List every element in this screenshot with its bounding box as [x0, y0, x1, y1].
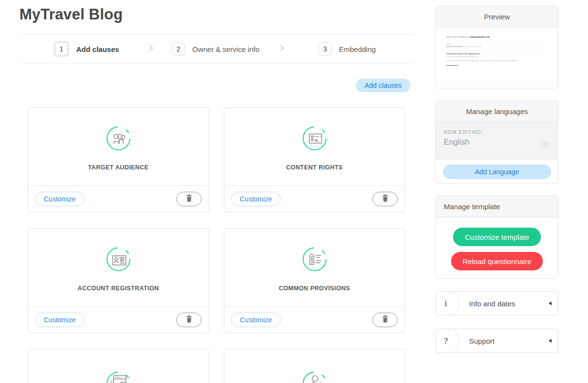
clause-card: CONTENT RIGHTS Customize: [224, 107, 405, 212]
page-title: MyTravel Blog: [19, 6, 123, 23]
curve-divider: [454, 329, 464, 352]
delete-clause-button[interactable]: [176, 192, 202, 206]
clause-card: Customize: [224, 349, 405, 383]
step-2-label[interactable]: Owner & service info: [192, 45, 259, 53]
collapse-arrow-icon: [549, 339, 552, 343]
preview-section-line2: Users of the Services offered by this Ap…: [446, 60, 548, 62]
clause-card: Customize: [28, 349, 209, 383]
trash-icon: [185, 194, 193, 203]
document-preview: Terms and Conditions of www.iubenda.com …: [436, 28, 558, 88]
browser-gauge-icon: [104, 369, 133, 383]
curve-divider: [454, 292, 464, 315]
stepper: 1 Add clauses 2 Owner & service info 3 E…: [19, 34, 414, 64]
collapse-arrow-icon: [549, 301, 552, 305]
document-list-icon: [301, 124, 329, 152]
page: MyTravel Blog 1 Add clauses 2 Owner & se…: [0, 0, 588, 383]
manage-languages-panel: Manage languages NOW EDITING: English Ad…: [436, 100, 558, 184]
preview-intro-title: Introduction: [446, 64, 548, 67]
question-icon: ?: [436, 336, 455, 346]
user-shield-icon: [301, 369, 329, 383]
preview-section-title: Information about this Application: [446, 52, 548, 55]
step-3-label[interactable]: Embedding: [339, 45, 376, 53]
delete-clause-button[interactable]: [372, 313, 398, 327]
support-label: Support: [469, 337, 495, 345]
current-language: English: [444, 138, 550, 147]
clause-card: ACCOUNT REGISTRATION Customize: [28, 228, 209, 333]
preview-panel: Preview Terms and Conditions of www.iube…: [436, 6, 558, 88]
trash-icon: [185, 315, 193, 324]
manage-languages-title: Manage languages: [436, 101, 558, 122]
add-language-button[interactable]: Add Language: [443, 165, 551, 179]
id-card-icon: [104, 245, 133, 273]
delete-clause-button[interactable]: [372, 192, 398, 206]
clause-card: COMMON PROVISIONS Customize: [224, 228, 405, 333]
preview-owner-email: Owner contact email: access.test@iubenda…: [446, 46, 548, 48]
chevron-right-icon: [149, 45, 153, 53]
add-clauses-button[interactable]: Add clauses: [356, 79, 410, 92]
trash-icon: [382, 194, 389, 203]
delete-clause-button[interactable]: [176, 313, 202, 327]
info-and-dates-label: Info and dates: [469, 300, 515, 308]
now-editing-section: NOW EDITING: English: [436, 122, 558, 160]
clause-title: ACCOUNT REGISTRATION: [78, 285, 159, 292]
preview-panel-title: Preview: [436, 6, 558, 28]
reload-questionnaire-button[interactable]: Reload questionnaire: [451, 252, 543, 270]
support-accordion[interactable]: ? Support: [436, 329, 558, 353]
chevron-right-icon: [280, 45, 285, 53]
customize-template-button[interactable]: Customize template: [453, 228, 541, 246]
customize-button[interactable]: Customize: [231, 313, 281, 327]
step-2-number[interactable]: 2: [172, 43, 185, 56]
people-group-icon: [104, 124, 133, 152]
clause-card-grid: TARGET AUDIENCE Customize: [28, 107, 405, 383]
trash-icon: [382, 315, 389, 324]
preview-owner-name: iubenda: [446, 43, 548, 45]
step-1-label[interactable]: Add clauses: [76, 45, 119, 53]
eye-icon: [539, 143, 551, 150]
customize-button[interactable]: Customize: [35, 192, 84, 206]
manage-template-title: Manage template: [436, 196, 558, 217]
preview-section-line1: This is the service provided by this App…: [446, 56, 548, 58]
info-icon: i: [436, 299, 455, 308]
clause-title: CONTENT RIGHTS: [286, 164, 343, 171]
customize-button[interactable]: Customize: [35, 313, 84, 327]
clause-title: TARGET AUDIENCE: [88, 164, 149, 171]
manage-template-panel: Manage template Customize template Reloa…: [436, 196, 558, 279]
now-editing-label: NOW EDITING:: [444, 130, 550, 135]
preview-language-button[interactable]: [538, 140, 552, 151]
preview-doc-heading: Terms and Conditions of www.iubenda.com: [446, 35, 548, 38]
clause-title: COMMON PROVISIONS: [279, 285, 350, 292]
info-and-dates-accordion[interactable]: i Info and dates: [436, 291, 558, 316]
clause-card: TARGET AUDIENCE Customize: [28, 107, 209, 212]
customize-button[interactable]: Customize: [231, 192, 281, 206]
checklist-icon: [301, 245, 329, 273]
step-3-number[interactable]: 3: [319, 43, 332, 56]
step-1-number[interactable]: 1: [55, 43, 68, 56]
